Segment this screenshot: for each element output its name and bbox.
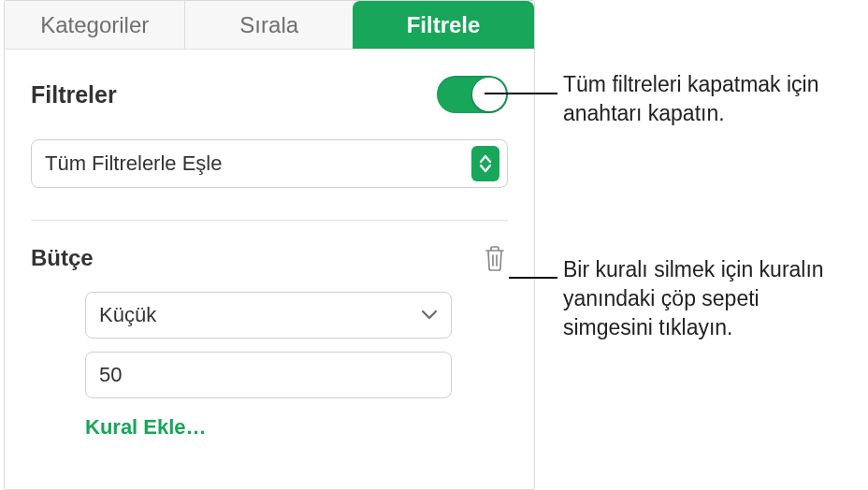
tab-bar: Kategoriler Sırala Filtrele: [5, 1, 534, 50]
rule-body: Küçük Kural Ekle…: [31, 292, 508, 440]
divider: [31, 220, 508, 221]
rule-operator-select[interactable]: Küçük: [85, 292, 452, 339]
tab-categories[interactable]: Kategoriler: [5, 1, 185, 49]
add-rule-button[interactable]: Kural Ekle…: [85, 415, 452, 440]
tab-sort[interactable]: Sırala: [185, 1, 353, 49]
panel-body: Filtreler Tüm Filtrelerle Eşle Bütçe: [5, 50, 534, 440]
trash-icon: [484, 245, 506, 271]
tab-filter[interactable]: Filtrele: [353, 1, 534, 49]
match-mode-select[interactable]: Tüm Filtrelerle Eşle: [31, 139, 508, 188]
rule-value-input[interactable]: [85, 352, 452, 398]
up-down-stepper-icon: [471, 146, 499, 181]
filters-title: Filtreler: [31, 81, 117, 108]
delete-rule-button[interactable]: [482, 243, 508, 273]
toggle-knob: [472, 78, 506, 111]
rule-header: Bütçe: [31, 243, 508, 273]
filters-header: Filtreler: [31, 76, 508, 113]
callout-leader: [509, 277, 557, 279]
filters-toggle[interactable]: [437, 76, 508, 113]
rule-operator-label: Küçük: [99, 303, 156, 327]
match-mode-label: Tüm Filtrelerle Eşle: [45, 151, 222, 176]
filter-panel: Kategoriler Sırala Filtrele Filtreler Tü…: [4, 0, 535, 490]
chevron-down-icon: [421, 310, 438, 321]
callout-switch: Tüm filtreleri kapatmak için anahtarı ka…: [563, 70, 853, 128]
callout-leader: [485, 93, 557, 94]
callout-trash: Bir kuralı silmek için kuralın yanındaki…: [563, 255, 853, 342]
rule-column-name: Bütçe: [31, 245, 94, 271]
